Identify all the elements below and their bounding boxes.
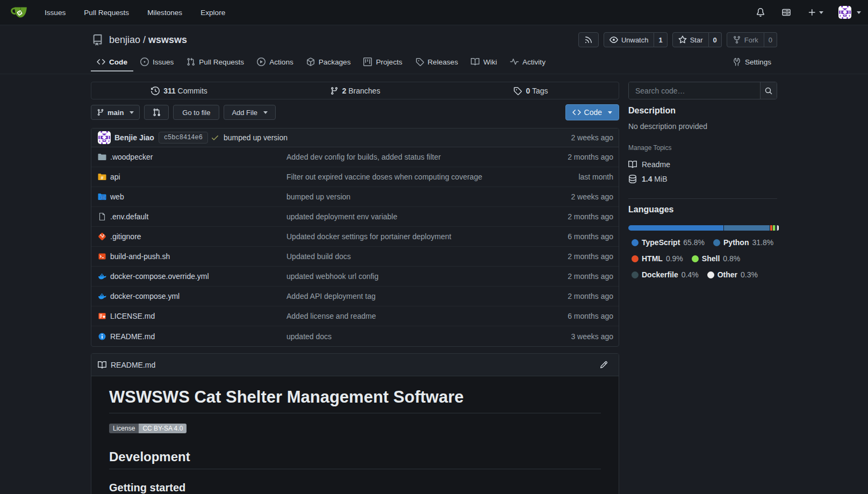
- svg-text:#: #: [101, 175, 103, 181]
